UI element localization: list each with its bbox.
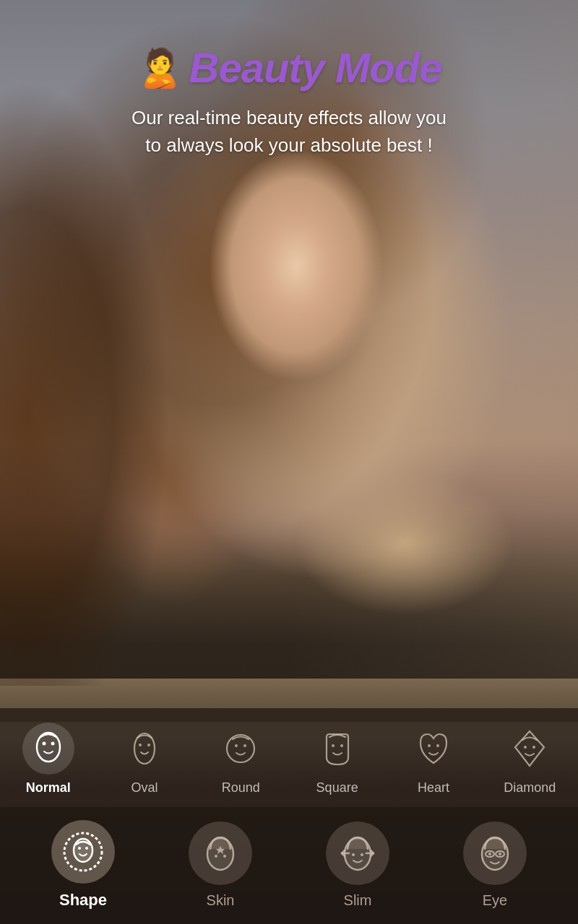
svg-point-8	[243, 744, 246, 747]
svg-point-23	[352, 853, 355, 856]
beauty-tools-row: Shape Skin	[0, 807, 578, 924]
shape-diamond-icon-wrap	[504, 723, 556, 775]
shape-heart-label: Heart	[418, 780, 449, 796]
shape-tool-icon	[60, 829, 106, 875]
square-face-icon	[316, 727, 359, 770]
shape-normal-icon-wrap	[22, 723, 74, 775]
tool-skin-label: Skin	[207, 892, 235, 909]
round-face-icon	[219, 727, 262, 770]
tool-eye-label: Eye	[483, 892, 507, 909]
app-title: Beauty Mode	[189, 43, 442, 92]
diamond-face-icon	[508, 727, 551, 770]
svg-point-29	[499, 853, 501, 855]
subtitle: Our real-time beauty effects allow you t…	[0, 105, 578, 159]
face-emoji: 🙎	[137, 49, 184, 87]
shape-oval-label: Oval	[131, 780, 158, 796]
svg-point-1	[42, 742, 46, 746]
tool-shape-icon-wrap	[51, 820, 115, 884]
svg-point-20	[215, 855, 217, 858]
oval-face-icon	[123, 727, 166, 770]
svg-point-4	[139, 744, 142, 746]
svg-point-11	[428, 744, 431, 747]
tool-eye[interactable]: Eye	[448, 821, 542, 909]
tool-eye-icon-wrap	[463, 821, 527, 885]
face-shapes-row: Normal Oval	[0, 708, 578, 807]
shape-square-icon-wrap	[311, 723, 363, 775]
svg-point-18	[85, 847, 88, 850]
heart-face-icon	[412, 727, 455, 770]
shape-diamond-label: Diamond	[504, 780, 556, 796]
slim-tool-icon	[335, 830, 381, 876]
header: 🙎 Beauty Mode Our real-time beauty effec…	[0, 43, 578, 159]
svg-point-10	[340, 744, 343, 747]
shape-round-label: Round	[222, 780, 260, 796]
shape-square-label: Square	[316, 780, 358, 796]
tool-skin-icon-wrap	[189, 821, 252, 885]
svg-point-27	[488, 853, 491, 855]
svg-point-17	[78, 847, 81, 850]
shape-heart-icon-wrap	[407, 723, 460, 775]
shape-round[interactable]: Round	[204, 723, 277, 796]
bottom-panel: Normal Oval	[0, 708, 578, 924]
svg-point-13	[524, 746, 527, 749]
shape-round-icon-wrap	[215, 723, 267, 775]
title-row: 🙎 Beauty Mode	[0, 43, 578, 92]
svg-point-5	[147, 744, 150, 746]
tool-skin[interactable]: Skin	[173, 821, 267, 909]
svg-point-6	[227, 735, 254, 762]
shape-oval-icon-wrap	[118, 723, 171, 775]
tool-slim-icon-wrap	[326, 821, 389, 885]
svg-point-21	[223, 855, 226, 858]
eye-tool-icon	[472, 830, 518, 876]
tool-slim-label: Slim	[344, 892, 372, 909]
tool-shape-label: Shape	[59, 891, 107, 910]
shape-square[interactable]: Square	[301, 723, 374, 796]
skin-tool-icon	[197, 830, 243, 876]
svg-point-24	[361, 853, 363, 856]
tool-shape[interactable]: Shape	[36, 820, 130, 910]
shape-diamond[interactable]: Diamond	[493, 723, 566, 796]
tool-slim[interactable]: Slim	[311, 821, 405, 909]
svg-point-14	[532, 746, 535, 749]
shape-oval[interactable]: Oval	[108, 723, 181, 796]
shape-normal-label: Normal	[26, 780, 71, 796]
svg-point-12	[436, 744, 439, 747]
svg-point-9	[332, 744, 335, 747]
normal-face-icon	[27, 727, 70, 770]
shape-normal[interactable]: Normal	[12, 723, 85, 796]
svg-point-7	[235, 744, 238, 747]
svg-point-2	[51, 742, 54, 746]
shape-heart[interactable]: Heart	[397, 723, 470, 796]
